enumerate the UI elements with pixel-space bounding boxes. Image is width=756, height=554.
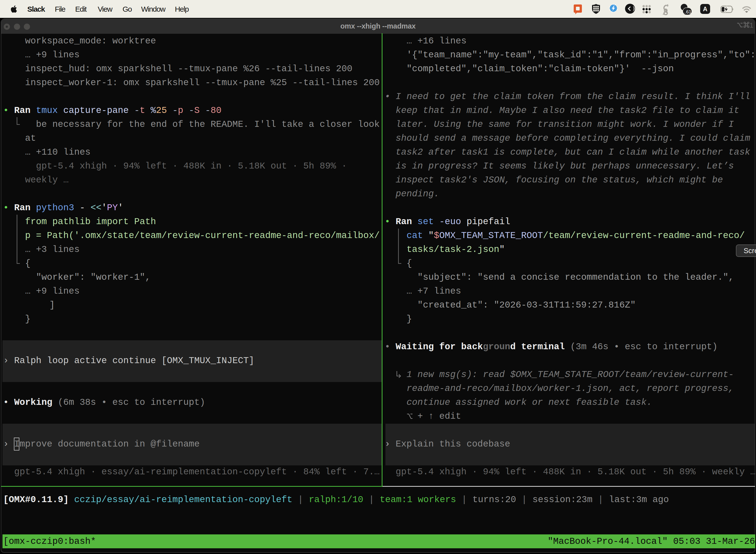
svg-text:..61: ..61 (684, 9, 692, 14)
svg-text:A: A (703, 5, 707, 12)
